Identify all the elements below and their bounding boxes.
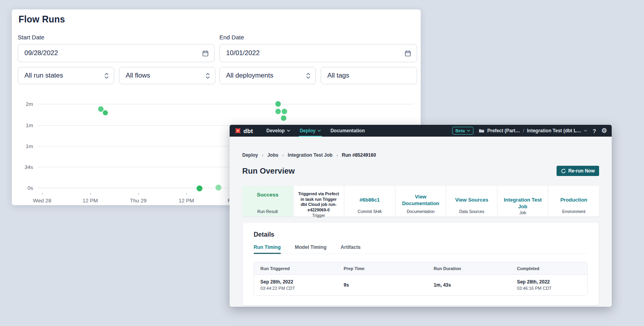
dbt-logo[interactable]: dbt xyxy=(234,125,253,137)
chevron-down-icon xyxy=(467,130,470,132)
breadcrumb: Deploy › Jobs › Integration Test Job › R… xyxy=(242,152,599,158)
x-axis-tick-label: 12 PM xyxy=(173,198,200,204)
card-data-sources: View Sources Data Sources xyxy=(446,186,497,217)
card-environment: Production Environment xyxy=(548,186,599,217)
job-link[interactable]: Integration Test Job xyxy=(500,197,546,210)
flows-select[interactable]: All flows xyxy=(119,67,215,84)
nav-item-develop[interactable]: Develop xyxy=(262,125,295,137)
run-states-select[interactable]: All run states xyxy=(18,67,114,84)
flow-run-dot[interactable] xyxy=(281,115,286,121)
breadcrumb-deploy[interactable]: Deploy xyxy=(242,152,258,158)
end-date-label: End Date xyxy=(219,34,244,41)
x-axis-tick-label: Wed 28 xyxy=(28,198,56,204)
commit-sha-link[interactable]: #6b86c1 xyxy=(360,197,380,204)
card-job: Integration Test Job Job xyxy=(497,186,548,217)
x-axis-tick-mark xyxy=(90,193,91,195)
environment-link[interactable]: Production xyxy=(560,197,587,204)
flow-run-dot[interactable] xyxy=(197,185,202,191)
flow-run-dot[interactable] xyxy=(282,109,287,114)
help-icon[interactable]: ? xyxy=(592,128,596,134)
card-documentation: View Documentation Documentation xyxy=(395,186,446,217)
x-axis-tick-mark xyxy=(138,193,139,195)
dbt-logo-text: dbt xyxy=(243,128,253,134)
x-axis-tick-mark xyxy=(186,193,187,195)
chevron-up-down-icon xyxy=(104,72,109,79)
run-status-cards: Success Run Result Triggered via Prefect… xyxy=(242,186,599,217)
nav-item-documentation[interactable]: Documentation xyxy=(326,125,369,137)
y-axis-tick-label: 1m xyxy=(12,122,33,128)
flow-run-dot[interactable] xyxy=(275,109,281,114)
col-run-triggered: Run Triggered xyxy=(254,262,338,274)
rerun-now-button[interactable]: Re-run Now xyxy=(557,166,599,176)
run-triggered-time: 03:44:22 PM CDT xyxy=(260,286,338,291)
deployments-select[interactable]: All deployments xyxy=(219,67,316,84)
prep-time-value: 9s xyxy=(344,282,427,288)
run-duration-value: 1m, 43s xyxy=(434,282,511,288)
chevron-down-icon xyxy=(287,130,290,132)
breadcrumb-separator: › xyxy=(282,153,284,157)
completed-time: 03:46:16 PM CDT xyxy=(517,286,587,291)
tab-model-timing[interactable]: Model Timing xyxy=(295,245,327,254)
flow-run-dot[interactable] xyxy=(98,106,104,112)
details-panel: Details Run Timing Model Timing Artifact… xyxy=(242,222,599,306)
card-trigger: Triggered via Prefect in task run Trigge… xyxy=(293,186,344,217)
calendar-icon[interactable] xyxy=(405,50,411,57)
view-sources-link[interactable]: View Sources xyxy=(455,197,488,204)
breadcrumb-separator: › xyxy=(336,153,338,157)
project-name: Prefect (Part… xyxy=(487,128,520,133)
breadcrumb-job-name[interactable]: Integration Test Job xyxy=(288,152,332,158)
details-title: Details xyxy=(254,231,588,238)
nav-item-deploy[interactable]: Deploy xyxy=(295,125,326,137)
table-row: Sep 28th, 2022 03:44:22 PM CDT 9s 1m, 43… xyxy=(254,275,587,295)
flow-run-dot[interactable] xyxy=(215,185,221,191)
trigger-value: Triggered via Prefect in task run Trigge… xyxy=(296,191,342,213)
environment-name: Integration Test (dbt L… xyxy=(527,128,581,133)
card-label: Trigger xyxy=(312,213,325,218)
beta-dropdown[interactable]: Beta xyxy=(452,127,473,135)
col-prep-time: Prep Time xyxy=(338,262,427,274)
completed-date: Sep 28th, 2022 xyxy=(517,279,587,285)
refresh-icon xyxy=(561,169,566,174)
breadcrumb-current-run: Run #85249160 xyxy=(342,152,376,158)
project-switcher[interactable]: Prefect (Part… / Integration Test (dbt L… xyxy=(479,128,587,133)
card-commit-sha: #6b86c1 Commit SHA xyxy=(344,186,395,217)
page-title: Flow Runs xyxy=(19,14,65,25)
tab-artifacts[interactable]: Artifacts xyxy=(341,245,361,254)
tags-select[interactable]: All tags xyxy=(321,67,417,84)
dbt-logo-icon xyxy=(234,127,241,134)
flow-run-dot[interactable] xyxy=(275,101,281,107)
breadcrumb-jobs[interactable]: Jobs xyxy=(267,152,278,158)
card-label: Documentation xyxy=(407,209,435,214)
card-label: Job xyxy=(520,210,526,215)
start-date-input[interactable]: 09/28/2022 xyxy=(18,44,215,62)
card-label: Run Result xyxy=(257,209,278,214)
folder-icon xyxy=(479,128,484,133)
chevron-up-down-icon xyxy=(306,72,311,79)
end-date-value: 10/01/2022 xyxy=(226,49,405,57)
flows-value: All flows xyxy=(126,72,205,80)
run-states-value: All run states xyxy=(24,72,104,80)
end-date-input[interactable]: 10/01/2022 xyxy=(219,44,417,62)
calendar-icon[interactable] xyxy=(202,50,209,57)
details-tabs: Run Timing Model Timing Artifacts xyxy=(254,245,588,254)
run-timing-table: Run Triggered Prep Time Run Duration Com… xyxy=(254,262,588,296)
x-axis-tick-label: 12 PM xyxy=(76,198,104,204)
table-header-row: Run Triggered Prep Time Run Duration Com… xyxy=(254,262,587,275)
card-run-result: Success Run Result xyxy=(242,186,293,217)
y-axis-tick-label: 1m xyxy=(12,143,33,149)
tab-run-timing[interactable]: Run Timing xyxy=(254,245,281,254)
x-axis-tick-mark xyxy=(42,193,43,195)
y-axis-tick-label: 34s xyxy=(12,164,33,170)
deployments-value: All deployments xyxy=(226,72,306,80)
start-date-label: Start Date xyxy=(18,34,45,41)
flow-run-dot[interactable] xyxy=(103,110,108,115)
card-label: Environment xyxy=(562,209,585,214)
y-axis-tick-label: 2m xyxy=(12,101,33,107)
gear-icon[interactable]: ⚙ xyxy=(601,128,607,134)
chevron-down-icon xyxy=(584,130,587,132)
view-documentation-link[interactable]: View Documentation xyxy=(398,194,444,207)
chart-gridline xyxy=(37,104,414,104)
breadcrumb-separator: › xyxy=(262,153,264,157)
run-triggered-date: Sep 28th, 2022 xyxy=(260,279,338,285)
y-axis-tick-label: 0s xyxy=(12,185,33,191)
